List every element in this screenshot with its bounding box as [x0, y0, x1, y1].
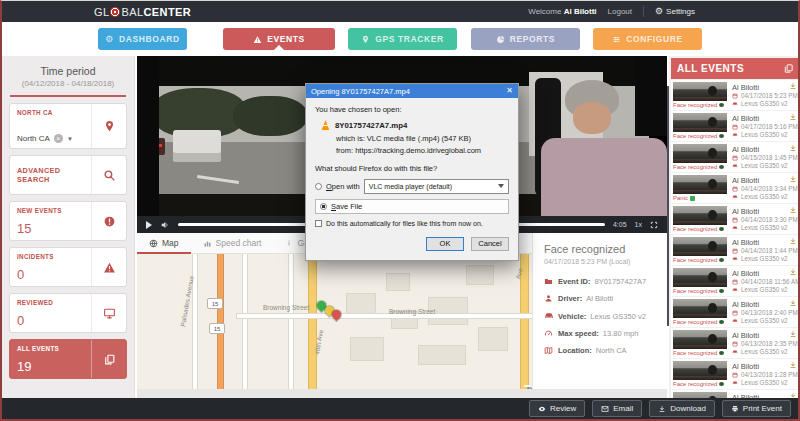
print-event-button[interactable]: Print Event [722, 400, 791, 417]
car-icon [544, 311, 554, 321]
volume-icon[interactable] [160, 220, 170, 230]
map-icon [544, 346, 554, 355]
map-road [309, 254, 316, 389]
download-icon[interactable] [789, 206, 797, 214]
brand-logo[interactable]: GLBALCENTER [94, 1, 191, 22]
ok-button[interactable]: OK [426, 237, 464, 251]
event-thumbnail[interactable] [673, 175, 727, 194]
counter-all-events[interactable]: ALL EVENTS 19 [9, 339, 127, 379]
event-thumbnail[interactable] [673, 82, 727, 101]
max-speed-row: Max speed:13.80 mph [544, 329, 656, 338]
tab-events[interactable]: EVENTS [223, 28, 335, 50]
tab-reports[interactable]: REPORTS [471, 28, 580, 50]
counter-reviewed[interactable]: REVIEWED 0 [9, 293, 127, 333]
event-vehicle-row: Lexus GS350 v2 [732, 224, 788, 231]
clear-icon[interactable]: × [54, 134, 63, 143]
event-card[interactable]: Face recognized Al Bilotti 04/15/2018 1:… [671, 142, 800, 172]
scene-driver-body [541, 138, 667, 216]
fullscreen-button[interactable] [650, 221, 658, 229]
event-thumbnail[interactable] [673, 330, 727, 349]
event-card[interactable]: Face recognized Al Bilotti 04/14/2018 11… [671, 266, 800, 296]
tab-configure[interactable]: CONFIGURE [593, 28, 702, 50]
region-select[interactable]: North CA × ▼ [17, 134, 84, 143]
event-thumbnail[interactable] [673, 361, 727, 380]
calendar-icon [732, 341, 738, 347]
map-pin-icon[interactable] [91, 104, 126, 148]
sliders-icon [612, 35, 621, 44]
event-thumbnail[interactable] [673, 237, 727, 256]
event-card[interactable]: Panic Al Bilotti 04/14/2018 3:34 PM Lexu… [671, 173, 800, 203]
download-button[interactable]: Download [649, 400, 715, 417]
eye-icon [690, 196, 695, 201]
map-building [347, 294, 375, 316]
eye-icon [719, 103, 724, 107]
dialog-title-bar[interactable]: Opening 8Y01757427A7.mp4 ✕ [306, 84, 518, 98]
counter-incidents[interactable]: INCIDENTS 0 [9, 247, 127, 287]
map-building [479, 328, 507, 350]
event-card[interactable]: Face recognized Al Bilotti 04/13/2018 2:… [671, 297, 800, 327]
play-button[interactable] [146, 221, 152, 229]
download-icon[interactable] [789, 237, 797, 245]
email-button[interactable]: Email [592, 400, 642, 417]
download-icon[interactable] [789, 113, 797, 121]
save-file-option[interactable]: Save File [315, 199, 509, 214]
open-with-select[interactable]: VLC media player (default) [364, 179, 509, 194]
event-date-row: 04/13/2018 2:40 PM [732, 309, 798, 316]
tab-dashboard[interactable]: ⚙DASHBOARD [98, 28, 187, 50]
download-icon[interactable] [789, 268, 797, 276]
map-view[interactable]: Palisades Avenue 48th Ave Ave Browning S… [137, 254, 532, 389]
event-date-row: 04/14/2018 1:44 PM [732, 247, 798, 254]
file-type-row: which is: VLC media file (.mp4) (547 KB) [336, 134, 509, 143]
event-card[interactable]: Face recognized Al Bilotti 04/14/2018 1:… [671, 235, 800, 265]
left-sidebar: Time period (04/12/2018 - 04/18/2018) NO… [2, 56, 135, 399]
playback-rate[interactable]: 1x [635, 221, 642, 228]
download-icon[interactable] [789, 299, 797, 307]
download-dialog: Opening 8Y01757427A7.mp4 ✕ You have chos… [305, 83, 519, 261]
review-button[interactable]: Review [529, 400, 585, 417]
event-thumbnail[interactable] [673, 268, 727, 287]
event-thumbnail[interactable] [673, 113, 727, 132]
tab-speed-chart[interactable]: Speed chart [191, 233, 274, 253]
tab-map[interactable]: Map [137, 233, 191, 253]
copy-icon [91, 340, 126, 378]
advanced-search-button[interactable]: ADVANCED SEARCH [9, 155, 127, 195]
time-display: 4:05 [613, 221, 627, 228]
calendar-icon [732, 310, 738, 316]
event-card[interactable]: Face recognized Al Bilotti 04/13/2018 2:… [671, 328, 800, 358]
dialog-intro: You have chosen to open: [315, 105, 509, 114]
download-icon[interactable] [789, 82, 797, 90]
search-icon[interactable] [91, 156, 126, 194]
car-icon [732, 225, 738, 231]
scrollbar[interactable] [667, 86, 669, 326]
cancel-button[interactable]: Cancel [471, 237, 509, 251]
event-thumbnail[interactable] [673, 299, 727, 318]
settings-link[interactable]: ⚙Settings [655, 7, 695, 16]
event-card[interactable]: Face recognized Al Bilotti 04/17/2018 5:… [671, 111, 800, 141]
counter-new-events[interactable]: NEW EVENTS 15 [9, 201, 127, 241]
logout-link[interactable]: Logout [608, 7, 632, 16]
region-label: NORTH CA [17, 109, 84, 116]
event-card[interactable]: Face recognized Al Bilotti 04/17/2018 5:… [671, 80, 800, 110]
event-card[interactable]: Face recognized Al Bilotti 04/13/2018 1:… [671, 359, 800, 389]
save-file-radio[interactable] [320, 203, 327, 210]
download-icon[interactable] [789, 144, 797, 152]
eye-icon [719, 351, 724, 355]
tab-gps-tracker[interactable]: GPS TRACKER [348, 28, 457, 50]
incidents-count: 0 [17, 268, 84, 281]
alert-badge-icon [91, 202, 126, 240]
download-icon [658, 405, 666, 413]
download-icon[interactable] [789, 361, 797, 369]
remember-checkbox[interactable] [315, 220, 322, 227]
close-icon[interactable]: ✕ [506, 87, 513, 95]
event-card[interactable]: Face recognized Al Bilotti 04/14/2018 3:… [671, 204, 800, 234]
download-icon[interactable] [789, 330, 797, 338]
copy-icon[interactable] [783, 63, 794, 74]
chevron-down-icon [498, 184, 504, 188]
event-vehicle-row: Lexus GS350 v2 [732, 100, 788, 107]
eye-icon [719, 227, 724, 231]
open-with-radio[interactable] [315, 183, 322, 190]
event-thumbnail[interactable] [673, 206, 727, 225]
event-thumbnail[interactable] [673, 144, 727, 163]
download-icon[interactable] [789, 175, 797, 183]
event-driver-name: Al Bilotti [732, 269, 759, 278]
